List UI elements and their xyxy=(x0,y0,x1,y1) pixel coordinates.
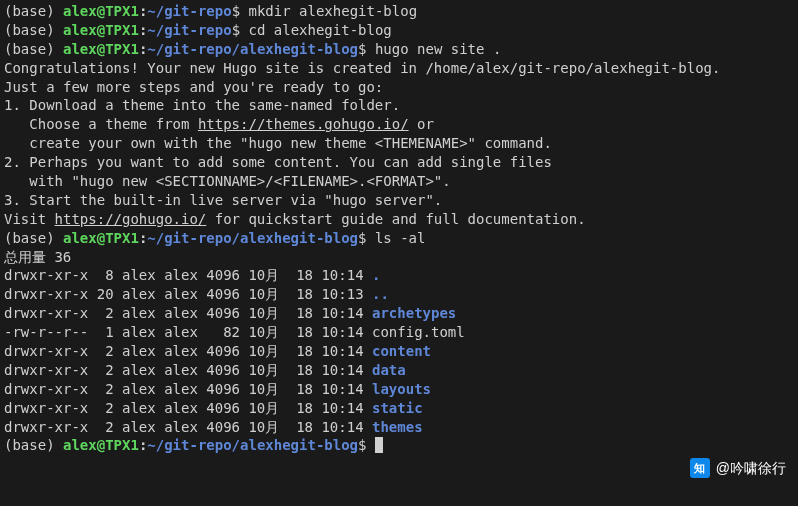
zhihu-icon: 知 xyxy=(690,458,710,478)
ls-perms: drwxr-xr-x 2 alex alex 4096 10月 18 10:14 xyxy=(4,381,372,397)
ls-perms: drwxr-xr-x 2 alex alex 4096 10月 18 10:14 xyxy=(4,305,372,321)
env: (base) xyxy=(4,3,63,19)
ls-row: drwxr-xr-x 8 alex alex 4096 10月 18 10:14… xyxy=(4,266,794,285)
output-line: Just a few more steps and you're ready t… xyxy=(4,78,794,97)
ls-perms: drwxr-xr-x 2 alex alex 4096 10月 18 10:14 xyxy=(4,343,372,359)
cursor-icon xyxy=(375,437,383,453)
ls-row: drwxr-xr-x 20 alex alex 4096 10月 18 10:1… xyxy=(4,285,794,304)
ls-total: 总用量 36 xyxy=(4,248,794,267)
link[interactable]: https://themes.gohugo.io/ xyxy=(198,116,409,132)
terminal-output[interactable]: (base) alex@TPX1:~/git-repo$ mkdir alexh… xyxy=(4,2,794,455)
host: TPX1 xyxy=(105,3,139,19)
prompt-line: (base) alex@TPX1:~/git-repo/alexhegit-bl… xyxy=(4,40,794,59)
ls-row: drwxr-xr-x 2 alex alex 4096 10月 18 10:14… xyxy=(4,304,794,323)
dollar: $ xyxy=(232,3,249,19)
at: @ xyxy=(97,3,105,19)
ls-dir-name: . xyxy=(372,267,380,283)
ls-row: drwxr-xr-x 2 alex alex 4096 10月 18 10:14… xyxy=(4,342,794,361)
prompt-line: (base) alex@TPX1:~/git-repo/alexhegit-bl… xyxy=(4,229,794,248)
output-line: create your own with the "hugo new theme… xyxy=(4,134,794,153)
output-line: Choose a theme from https://themes.gohug… xyxy=(4,115,794,134)
watermark: 知 @吟啸徐行 xyxy=(690,458,786,478)
output-line: Congratulations! Your new Hugo site is c… xyxy=(4,59,794,78)
ls-dir-name: static xyxy=(372,400,423,416)
ls-row: drwxr-xr-x 2 alex alex 4096 10月 18 10:14… xyxy=(4,361,794,380)
ls-row: -rw-r--r-- 1 alex alex 82 10月 18 10:14 c… xyxy=(4,323,794,342)
output-line: 1. Download a theme into the same-named … xyxy=(4,96,794,115)
command: mkdir alexhegit-blog xyxy=(248,3,417,19)
output-line: with "hugo new <SECTIONNAME>/<FILENAME>.… xyxy=(4,172,794,191)
ls-perms: drwxr-xr-x 8 alex alex 4096 10月 18 10:14 xyxy=(4,267,372,283)
ls-perms: drwxr-xr-x 20 alex alex 4096 10月 18 10:1… xyxy=(4,286,372,302)
output-line: Visit https://gohugo.io/ for quickstart … xyxy=(4,210,794,229)
link[interactable]: https://gohugo.io/ xyxy=(55,211,207,227)
ls-perms: drwxr-xr-x 2 alex alex 4096 10月 18 10:14 xyxy=(4,400,372,416)
ls-dir-name: data xyxy=(372,362,406,378)
ls-listing: drwxr-xr-x 8 alex alex 4096 10月 18 10:14… xyxy=(4,266,794,436)
prompt-line-active[interactable]: (base) alex@TPX1:~/git-repo/alexhegit-bl… xyxy=(4,436,794,455)
ls-row: drwxr-xr-x 2 alex alex 4096 10月 18 10:14… xyxy=(4,418,794,437)
ls-dir-name: archetypes xyxy=(372,305,456,321)
ls-row: drwxr-xr-x 2 alex alex 4096 10月 18 10:14… xyxy=(4,380,794,399)
ls-dir-name: .. xyxy=(372,286,389,302)
ls-dir-name: layouts xyxy=(372,381,431,397)
user: alex xyxy=(63,3,97,19)
output-line: 3. Start the built-in live server via "h… xyxy=(4,191,794,210)
path: ~/git-repo xyxy=(147,3,231,19)
ls-dir-name: themes xyxy=(372,419,423,435)
prompt-line: (base) alex@TPX1:~/git-repo$ cd alexhegi… xyxy=(4,21,794,40)
ls-dir-name: content xyxy=(372,343,431,359)
watermark-text: @吟啸徐行 xyxy=(716,459,786,478)
ls-row: drwxr-xr-x 2 alex alex 4096 10月 18 10:14… xyxy=(4,399,794,418)
ls-perms: drwxr-xr-x 2 alex alex 4096 10月 18 10:14 xyxy=(4,362,372,378)
ls-perms: drwxr-xr-x 2 alex alex 4096 10月 18 10:14 xyxy=(4,419,372,435)
ls-perms: -rw-r--r-- 1 alex alex 82 10月 18 10:14 xyxy=(4,324,372,340)
output-line: 2. Perhaps you want to add some content.… xyxy=(4,153,794,172)
prompt-line: (base) alex@TPX1:~/git-repo$ mkdir alexh… xyxy=(4,2,794,21)
ls-file-name: config.toml xyxy=(372,324,465,340)
